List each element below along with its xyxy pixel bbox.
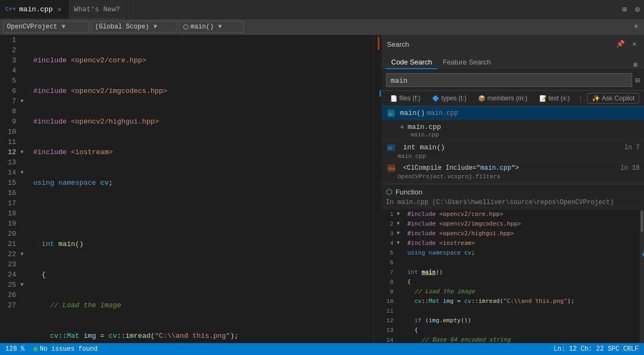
result-int-main-file: main.cpp [386,153,426,160]
filter-files-btn[interactable]: 📄 files (f:) [386,93,425,104]
result-fn2-icon: int [386,142,397,153]
func-detail-section: ⬡ Function In main.cpp (C:\Users\hwelliv… [382,184,644,343]
cursor-position: Ln: 12 Ch: 22 SPC CRLF [554,345,639,353]
scope-name: (Global Scope) [95,23,149,31]
func-icon: ⬡ [183,23,188,31]
preview-scroll-thumb [641,211,643,232]
result-item-int-main[interactable]: int int main() ln 7 main.cpp [382,141,644,161]
search-view-options-btn[interactable]: ⊞ [631,60,640,70]
filter-text-icon: 📝 [539,95,547,102]
issues-indicator[interactable]: No issues found [33,345,98,353]
tab-main-cpp[interactable]: C++ main.cpp ✕ [0,0,69,19]
search-tabs: Code Search Feature Search ⊞ [382,54,644,70]
filter-types-btn[interactable]: 🔷 types (t:) [428,93,471,104]
result-file-main-fn: main.cpp [427,110,458,117]
result-xml-icon: XML [386,163,397,173]
result-clcompile-file: OpenCVProject.vcxproj.filters [386,173,500,180]
func-detail-location: In main.cpp (C:\Users\hwelliver\source\r… [382,198,644,209]
result-item-clcompile[interactable]: XML <ClCompile Include="main.cpp"> ln 18… [382,161,644,182]
issues-dot [33,347,38,351]
filter-text-btn[interactable]: 📝 text (x:) [535,93,574,104]
svg-text:XML: XML [388,166,396,171]
tab-feature-search[interactable]: Feature Search [437,56,496,69]
search-pin-btn[interactable]: 📌 [614,39,627,49]
preview-code-lines: #include <opencv2/core.hpp> #include <op… [405,209,578,343]
func-name: main() [191,23,214,31]
editor-toolbar: OpenCVProject ▼ (Global Scope) ▼ ⬡ main(… [0,19,644,35]
scope-dropdown[interactable]: (Global Scope) ▼ [91,21,177,33]
search-header-actions: 📌 ✕ [614,39,639,49]
tab-main-cpp-close[interactable]: ✕ [56,5,63,13]
zoom-value: 128 % [5,345,25,353]
search-input[interactable] [386,73,632,87]
search-panel-title: Search [387,40,409,48]
svg-text:fn: fn [389,111,393,117]
editor-scrollbar[interactable] [374,35,381,343]
filter-types-icon: 🔷 [432,95,440,102]
result-line-clcompile: ln 18 [620,164,640,172]
result-item-main-cpp-file[interactable]: + main.cpp main.cpp [382,120,644,141]
preview-content: 123456 789101112 131415161718 ▼ ▼ ▼ ▼ #i… [382,209,644,343]
result-name-clcompile: <ClCompile Include="main.cpp"> [403,164,519,172]
project-name: OpenCVProject [7,23,57,31]
filter-files-icon: 📄 [390,95,398,102]
status-bar: 128 % No issues found Ln: 12 Ch: 22 SPC … [0,343,644,355]
tab-settings-btn[interactable]: ⚙ [631,5,644,14]
filter-text-label: text (x:) [548,95,570,102]
editor-pane: 1 2 3 4 5 6 7 8 9 10 11 12 13 14 15 16 1… [0,35,381,343]
result-fn-icon: fn [386,108,397,119]
filter-separator: | [579,95,583,103]
tab-whats-new-label: What's New? [74,5,120,13]
project-dropdown-arrow: ▼ [62,23,65,31]
func-detail-preview: 123456 789101112 131415161718 ▼ ▼ ▼ ▼ #i… [382,209,644,343]
zoom-indicator[interactable]: 128 % [5,345,25,353]
func-detail-header-row: ⬡ Function [382,184,644,198]
result-clcompile-row: XML <ClCompile Include="main.cpp"> ln 18 [386,163,640,173]
search-panel-header: Search 📌 ✕ [382,35,644,54]
main-area: 1 2 3 4 5 6 7 8 9 10 11 12 13 14 15 16 1… [0,35,644,343]
result-file-path: main.cpp [400,132,439,138]
result-name-main-fn: main() [400,109,425,117]
code-area: 1 2 3 4 5 6 7 8 9 10 11 12 13 14 15 16 1… [0,35,381,343]
func-dropdown-arrow: ▼ [218,23,222,31]
tab-bar: C++ main.cpp ✕ What's New? ⊞ ⚙ [0,0,644,19]
svg-text:int: int [387,146,392,150]
issues-label: No issues found [40,345,98,353]
result-int-main-row: int int main() ln 7 [386,142,640,153]
project-dropdown[interactable]: OpenCVProject ▼ [3,21,89,33]
result-add-icon: + [400,123,404,132]
code-lines: #include <opencv2/core.hpp> #include <op… [29,35,374,343]
search-close-btn[interactable]: ✕ [630,39,639,49]
tab-cpp-icon: C++ [5,6,16,12]
search-panel-extra-icon: ⊞ [631,61,640,69]
preview-folds: ▼ ▼ ▼ ▼ [397,209,405,343]
search-panel: Search 📌 ✕ Code Search Feature Search ⊞ … [381,35,644,343]
split-editor-btn[interactable]: ⊞ [618,5,631,14]
code-content[interactable]: #include <opencv2/core.hpp> #include <op… [29,35,374,343]
add-tab-btn[interactable]: + [631,22,641,32]
ask-copilot-label: Ask Copilot [602,95,635,102]
result-line-int-main: ln 7 [624,144,640,151]
tab-whats-new[interactable]: What's New? [69,0,126,19]
filter-members-icon: 📦 [478,95,486,102]
search-results-list: fn main() main.cpp + main.cpp main.cpp [382,106,644,343]
result-file-row: + main.cpp [400,123,441,132]
preview-line-numbers: 123456 789101112 131415161718 [382,209,397,343]
filter-members-btn[interactable]: 📦 members (m:) [474,93,532,104]
filter-members-label: members (m:) [487,95,528,102]
result-item-main-fn[interactable]: fn main() main.cpp [382,106,644,120]
line-numbers: 1 2 3 4 5 6 7 8 9 10 11 12 13 14 15 16 1… [0,35,20,343]
preview-scrollbar[interactable] [640,209,644,343]
func-dropdown[interactable]: ⬡ main() ▼ [179,21,244,33]
result-name-main-cpp: main.cpp [407,123,441,131]
tab-main-cpp-label: main.cpp [19,5,53,13]
filter-types-label: types (t:) [441,95,466,102]
copilot-icon: ✨ [592,95,600,102]
filter-files-label: files (f:) [399,95,420,102]
tab-code-search[interactable]: Code Search [386,56,437,69]
result-name-int-main: int main() [403,143,445,151]
cursor-coords: Ln: 12 Ch: 22 SPC CRLF [554,345,639,353]
ask-copilot-btn[interactable]: ✨ Ask Copilot [587,93,640,104]
search-input-row: ⊟ [382,70,644,91]
search-layout-btn[interactable]: ⊟ [635,76,640,85]
